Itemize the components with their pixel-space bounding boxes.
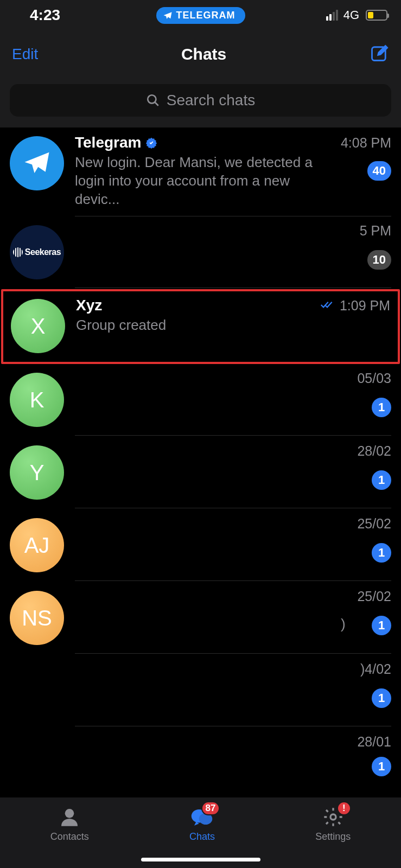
chat-row-partial-1[interactable]: )4/02 1 xyxy=(0,655,401,727)
settings-badge: ! xyxy=(337,801,351,815)
seekeras-avatar-label: Seekeras xyxy=(25,247,61,257)
edit-button[interactable]: Edit xyxy=(12,46,38,63)
home-indicator[interactable] xyxy=(141,858,260,861)
chat-time: 4:08 PM xyxy=(341,135,391,151)
chat-name: Telegram xyxy=(75,134,141,151)
contacts-icon xyxy=(58,806,81,828)
tab-contacts[interactable]: Contacts xyxy=(50,806,89,843)
unread-badge: 40 xyxy=(367,161,391,181)
chat-row-y[interactable]: Y 28/02 1 xyxy=(0,437,401,509)
chat-time: 25/02 xyxy=(357,516,391,532)
svg-point-2 xyxy=(65,809,74,818)
header: Edit Chats xyxy=(0,30,401,79)
avatar: K xyxy=(10,373,64,427)
avatar: Seekeras xyxy=(10,225,64,279)
tab-chats[interactable]: 87 Chats xyxy=(189,806,215,843)
app-pill[interactable]: TELEGRAM xyxy=(156,7,245,24)
chat-row-xyz[interactable]: X Xyz 1:09 PM Group created xyxy=(1,289,400,364)
unread-badge: 1 xyxy=(372,616,391,635)
chat-time: 25/02 xyxy=(357,589,391,604)
search-icon xyxy=(146,93,160,107)
chat-time: 1:09 PM xyxy=(340,298,390,313)
chat-list: Telegram 4:08 PM New login. Dear Mansi, … xyxy=(0,127,401,777)
chat-row-k[interactable]: K 05/03 1 xyxy=(0,364,401,437)
chat-time: 28/02 xyxy=(357,443,391,459)
avatar: X xyxy=(11,299,65,353)
avatar-initial: X xyxy=(31,314,46,339)
svg-point-5 xyxy=(330,814,336,820)
seekeras-logo-icon xyxy=(13,247,23,257)
settings-icon: ! xyxy=(322,806,345,828)
avatar xyxy=(10,136,64,190)
avatar-initial: AJ xyxy=(24,533,50,558)
telegram-icon xyxy=(22,149,52,178)
verified-icon xyxy=(145,137,157,149)
read-checks-icon xyxy=(320,299,334,310)
chat-row-seekeras[interactable]: Seekeras 5 PM 10 xyxy=(0,216,401,289)
chat-time: )4/02 xyxy=(360,661,391,677)
chat-time: 28/01 xyxy=(357,734,391,750)
unread-badge: 1 xyxy=(372,757,391,776)
page-title: Chats xyxy=(181,45,226,63)
tab-settings[interactable]: ! Settings xyxy=(315,806,351,843)
chats-icon: 87 xyxy=(190,806,213,828)
avatar: Y xyxy=(10,445,64,500)
avatar: NS xyxy=(10,591,64,645)
chat-preview: Group created xyxy=(76,316,336,335)
battery-icon xyxy=(366,10,387,21)
chat-time: 05/03 xyxy=(357,371,391,386)
avatar-initial: NS xyxy=(22,606,52,630)
unread-badge: 1 xyxy=(372,470,391,490)
svg-point-1 xyxy=(148,95,156,103)
tab-label: Contacts xyxy=(50,831,89,843)
avatar: AJ xyxy=(10,518,64,572)
compose-icon xyxy=(370,43,389,63)
tab-label: Chats xyxy=(189,831,215,843)
chat-preview: New login. Dear Mansi, we detected a log… xyxy=(75,154,335,208)
unread-badge: 1 xyxy=(372,398,391,417)
search-placeholder: Search chats xyxy=(167,92,255,109)
signal-icon xyxy=(326,10,338,21)
text-fragment: ) xyxy=(341,616,346,633)
avatar-initial: K xyxy=(30,388,44,412)
compose-button[interactable] xyxy=(370,43,389,65)
status-right: 4G xyxy=(326,8,387,22)
chat-row-telegram[interactable]: Telegram 4:08 PM New login. Dear Mansi, … xyxy=(0,127,401,216)
search-wrapper: Search chats xyxy=(0,79,401,127)
app-pill-label: TELEGRAM xyxy=(176,10,235,21)
search-input[interactable]: Search chats xyxy=(10,84,391,117)
network-label: 4G xyxy=(343,8,359,22)
status-time: 4:23 xyxy=(30,7,60,24)
unread-badge: 1 xyxy=(372,543,391,563)
chat-time: 5 PM xyxy=(360,223,391,239)
telegram-icon xyxy=(163,11,173,21)
chat-name: Xyz xyxy=(76,297,102,314)
chat-row-partial-2[interactable]: 28/01 1 xyxy=(0,727,401,777)
chat-row-aj[interactable]: AJ 25/02 1 xyxy=(0,509,401,582)
unread-badge: 10 xyxy=(367,250,391,270)
chats-badge: 87 xyxy=(201,801,220,815)
avatar-initial: Y xyxy=(30,461,44,485)
chat-row-ns[interactable]: NS 25/02 ) 1 xyxy=(0,582,401,655)
tab-label: Settings xyxy=(315,831,351,843)
unread-badge: 1 xyxy=(372,688,391,708)
